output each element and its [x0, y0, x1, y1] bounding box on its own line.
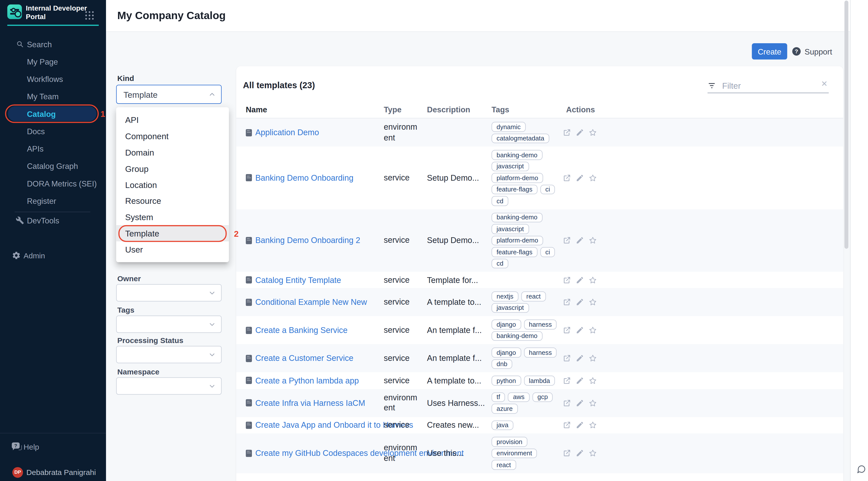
entity-tags-cell: java [492, 417, 562, 433]
sidebar-item[interactable]: DevTools [0, 212, 106, 229]
sidebar-item[interactable]: DORA Metrics (SEI) [0, 175, 106, 192]
star-favorite-icon[interactable] [588, 298, 597, 306]
kind-filter-label: Kind [117, 74, 134, 83]
apps-grid-icon[interactable] [85, 11, 94, 20]
kind-dropdown-option[interactable]: Group [116, 160, 229, 177]
entity-name-link[interactable]: Application Demo [255, 128, 319, 137]
support-chat-icon[interactable] [856, 464, 867, 474]
column-header[interactable]: Tags [492, 105, 509, 114]
sidebar-item[interactable]: Catalog 1 [0, 105, 106, 122]
star-favorite-icon[interactable] [588, 398, 597, 407]
open-in-new-icon[interactable] [563, 236, 571, 245]
close-icon[interactable]: ✕ [821, 80, 828, 87]
entity-name-link[interactable]: Banking Demo Onboarding 2 [255, 236, 360, 245]
open-in-new-icon[interactable] [563, 449, 571, 458]
star-favorite-icon[interactable] [588, 276, 597, 284]
sidebar-item-label: Search [27, 39, 52, 49]
filter-group-select[interactable] [116, 315, 221, 333]
open-in-new-icon[interactable] [563, 128, 571, 137]
open-in-new-icon[interactable] [563, 298, 571, 306]
filter-group-select[interactable] [116, 377, 221, 395]
sidebar-item[interactable]: My Team [0, 88, 106, 105]
kind-dropdown-option[interactable]: Location [116, 177, 229, 193]
sidebar-item-label: Register [27, 196, 56, 205]
column-header[interactable]: Type [384, 105, 402, 114]
sidebar-item[interactable]: APIs [0, 140, 106, 157]
star-favorite-icon[interactable] [588, 449, 597, 458]
kind-dropdown-option[interactable]: System [116, 209, 229, 226]
column-header[interactable]: Description [427, 105, 470, 114]
edit-pencil-icon[interactable] [576, 236, 584, 245]
entity-type-cell: service [384, 297, 417, 307]
sidebar-item[interactable]: Search [0, 35, 106, 53]
table-filter-field[interactable]: ✕ [708, 79, 829, 93]
create-button[interactable]: Create [752, 43, 787, 60]
kind-select[interactable]: Template [116, 85, 221, 104]
entity-name-link[interactable]: Conditional Example New New [255, 298, 367, 307]
sidebar-item[interactable]: Register [0, 192, 106, 209]
sidebar-item[interactable]: Workflows [0, 70, 106, 87]
edit-pencil-icon[interactable] [576, 174, 584, 182]
star-favorite-icon[interactable] [588, 128, 597, 137]
edit-pencil-icon[interactable] [576, 398, 584, 407]
tag-chip: gcp [532, 392, 553, 402]
star-favorite-icon[interactable] [588, 236, 597, 245]
sidebar-user[interactable]: DP Debabrata Panigrahi [0, 464, 106, 481]
star-favorite-icon[interactable] [588, 326, 597, 334]
open-in-new-icon[interactable] [563, 174, 571, 182]
sidebar-item-label: My Page [27, 57, 58, 66]
entity-name-link[interactable]: Create a Customer Service [255, 354, 353, 363]
support-button[interactable]: ? Support [792, 43, 832, 60]
sidebar-item-help[interactable]: ? Help [0, 439, 106, 455]
open-in-new-icon[interactable] [563, 398, 571, 407]
edit-pencil-icon[interactable] [576, 128, 584, 137]
edit-pencil-icon[interactable] [576, 376, 584, 385]
kind-dropdown-option[interactable]: Template 2 [116, 225, 229, 241]
open-in-new-icon[interactable] [563, 376, 571, 385]
entity-description-cell: An template f... [427, 326, 492, 335]
open-in-new-icon[interactable] [563, 276, 571, 284]
filter-group-select[interactable] [116, 284, 221, 301]
column-header[interactable]: Name [246, 105, 267, 114]
column-header[interactable]: Actions [566, 105, 595, 114]
entity-tags-cell: provisionenvironmentreact [492, 433, 562, 473]
sidebar-item-admin[interactable]: Admin [0, 247, 106, 264]
sidebar-item[interactable]: Catalog Graph [0, 157, 106, 175]
open-in-new-icon[interactable] [563, 354, 571, 363]
entity-name-link[interactable]: Catalog Entity Template [255, 275, 341, 284]
kind-dropdown-option[interactable]: Resource [116, 193, 229, 209]
sidebar-item[interactable]: Docs [0, 122, 106, 140]
edit-pencil-icon[interactable] [576, 326, 584, 334]
open-in-new-icon[interactable] [563, 421, 571, 429]
entity-name-link[interactable]: Create Infra via Harness IaCM [255, 398, 365, 408]
right-panel-border [850, 0, 851, 481]
kind-dropdown-option[interactable]: Component [116, 128, 229, 144]
edit-pencil-icon[interactable] [576, 276, 584, 284]
entity-name-link[interactable]: Create a Banking Service [255, 326, 347, 335]
edit-pencil-icon[interactable] [576, 449, 584, 458]
entity-name-cell: Conditional Example New New [246, 298, 367, 307]
harness-idp-logo-icon[interactable] [7, 4, 22, 19]
open-in-new-icon[interactable] [563, 326, 571, 334]
page-scrollbar[interactable] [844, 0, 848, 248]
entity-name-link[interactable]: Banking Demo Onboarding [255, 173, 353, 182]
kind-select-value: Template [123, 89, 157, 99]
row-actions [563, 376, 606, 385]
entity-name-link[interactable]: Create a Python lambda app [255, 376, 359, 385]
kind-dropdown-option[interactable]: API [116, 112, 229, 128]
star-favorite-icon[interactable] [588, 421, 597, 429]
star-favorite-icon[interactable] [588, 376, 597, 385]
edit-pencil-icon[interactable] [576, 298, 584, 306]
kind-dropdown-option[interactable]: Domain [116, 144, 229, 160]
edit-pencil-icon[interactable] [576, 421, 584, 429]
row-actions [563, 326, 606, 334]
edit-pencil-icon[interactable] [576, 354, 584, 363]
sidebar-item-label: Catalog [27, 109, 56, 118]
star-favorite-icon[interactable] [588, 174, 597, 182]
filter-group-select[interactable] [116, 346, 221, 363]
star-favorite-icon[interactable] [588, 354, 597, 363]
filter-input[interactable] [721, 80, 835, 91]
kind-dropdown-option[interactable]: User [116, 241, 229, 258]
entity-type-cell: service [384, 353, 417, 363]
sidebar-item[interactable]: My Page [0, 53, 106, 70]
